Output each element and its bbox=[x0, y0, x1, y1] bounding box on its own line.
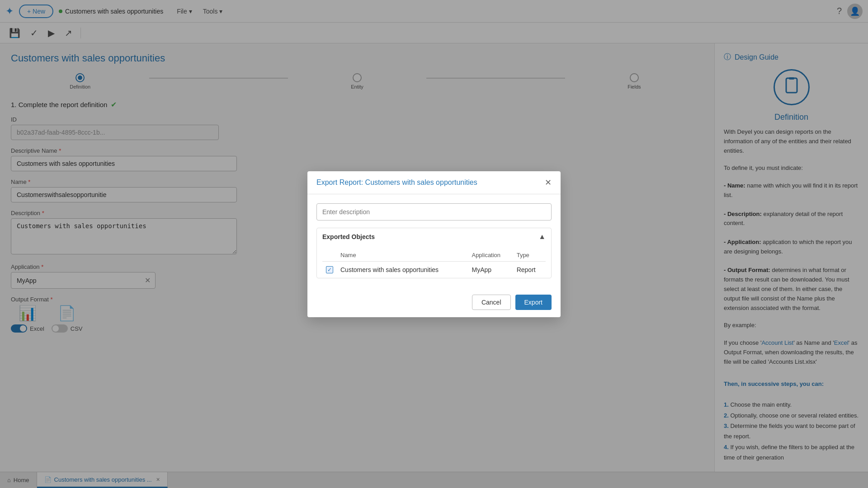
table-row: Customers with sales opportunities MyApp… bbox=[322, 261, 546, 278]
col-type: Type bbox=[513, 249, 546, 262]
export-modal: Export Report: Customers with sales oppo… bbox=[307, 171, 561, 317]
row-type: Report bbox=[513, 261, 546, 278]
modal-body: Exported Objects ▲ Name Application Type bbox=[307, 194, 561, 287]
row-name: Customers with sales opportunities bbox=[337, 261, 468, 278]
modal-description-input[interactable] bbox=[316, 203, 552, 221]
col-application: Application bbox=[468, 249, 513, 262]
exported-objects-title: Exported Objects bbox=[322, 233, 375, 240]
col-checkbox bbox=[322, 249, 337, 262]
chevron-up-icon: ▲ bbox=[538, 233, 546, 241]
row-checkbox[interactable] bbox=[326, 266, 333, 273]
row-checkbox-cell bbox=[322, 261, 337, 278]
modal-footer: Cancel Export bbox=[307, 287, 561, 317]
modal-overlay: Export Report: Customers with sales oppo… bbox=[0, 0, 868, 488]
col-name: Name bbox=[337, 249, 468, 262]
exported-table: Name Application Type Customers with sal… bbox=[322, 249, 546, 278]
modal-close-button[interactable]: ✕ bbox=[545, 178, 552, 188]
export-confirm-button[interactable]: Export bbox=[515, 295, 552, 310]
modal-title: Export Report: Customers with sales oppo… bbox=[316, 178, 477, 187]
modal-header: Export Report: Customers with sales oppo… bbox=[307, 171, 561, 194]
cancel-button[interactable]: Cancel bbox=[472, 295, 511, 310]
row-application: MyApp bbox=[468, 261, 513, 278]
exported-objects-header[interactable]: Exported Objects ▲ bbox=[322, 228, 546, 245]
